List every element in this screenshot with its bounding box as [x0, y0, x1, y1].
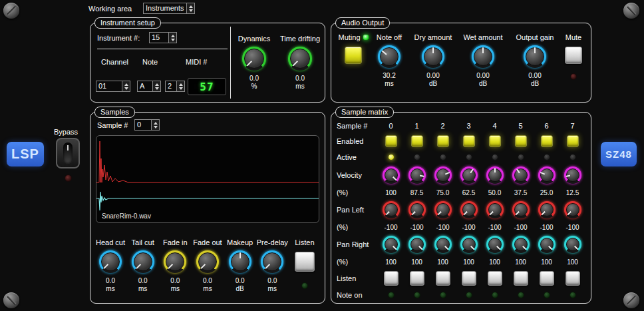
- up-arrow-icon[interactable]: [124, 83, 128, 86]
- velocity-knob[interactable]: [486, 166, 504, 184]
- down-arrow-icon[interactable]: [189, 9, 193, 12]
- instrument-number-spin[interactable]: 15: [149, 32, 177, 43]
- enabled-button[interactable]: [437, 135, 449, 147]
- enabled-button[interactable]: [411, 135, 423, 147]
- down-arrow-icon[interactable]: [179, 87, 183, 90]
- velocity-knob[interactable]: [383, 166, 400, 184]
- time-drifting-knob[interactable]: [288, 47, 312, 71]
- mute-led: [570, 73, 577, 80]
- sample-number-value: 0: [135, 120, 151, 130]
- spinner-icon[interactable]: [176, 81, 184, 91]
- matrix-listen-button[interactable]: [514, 271, 528, 286]
- pan-right-knob[interactable]: [460, 236, 478, 253]
- muting-button[interactable]: [345, 47, 362, 64]
- velocity-knob[interactable]: [408, 166, 426, 184]
- fade-in-knob[interactable]: [164, 250, 186, 273]
- fade-in-value: 0.0: [170, 277, 180, 284]
- pan-right-knob[interactable]: [512, 236, 530, 253]
- dry-amount-unit: dB: [429, 80, 437, 87]
- pan-left-knob[interactable]: [434, 201, 452, 218]
- velocity-value: 62.5: [462, 189, 475, 196]
- down-arrow-icon[interactable]: [171, 39, 175, 41]
- spinner-icon[interactable]: [168, 33, 176, 43]
- velocity-knob[interactable]: [434, 166, 452, 184]
- down-arrow-icon[interactable]: [155, 87, 159, 90]
- pan-right-knob[interactable]: [408, 236, 426, 253]
- pan-left-knob[interactable]: [408, 201, 426, 218]
- up-arrow-icon[interactable]: [154, 122, 158, 125]
- pan-right-knob[interactable]: [486, 236, 504, 253]
- note-select[interactable]: A: [137, 81, 161, 92]
- up-arrow-icon[interactable]: [155, 83, 159, 86]
- wet-amount-knob[interactable]: [472, 45, 494, 68]
- mute-button[interactable]: [565, 47, 582, 64]
- spinner-icon[interactable]: [151, 120, 159, 130]
- enabled-button[interactable]: [541, 135, 553, 147]
- enabled-button[interactable]: [463, 135, 475, 147]
- head-cut-knob[interactable]: [99, 250, 122, 273]
- matrix-listen-button[interactable]: [410, 271, 424, 286]
- pan-left-knob[interactable]: [564, 201, 581, 218]
- matrix-listen-button[interactable]: [565, 271, 580, 286]
- pan-right-knob[interactable]: [383, 236, 400, 253]
- octave-select[interactable]: 2: [165, 81, 185, 92]
- down-arrow-icon[interactable]: [124, 87, 128, 90]
- matrix-listen-button[interactable]: [488, 271, 502, 286]
- enabled-button[interactable]: [567, 135, 579, 147]
- muting-column: Muting: [337, 33, 370, 87]
- dry-amount-knob[interactable]: [422, 45, 444, 68]
- waveform-display[interactable]: SnareRim-0.wav: [96, 135, 319, 223]
- midi-number-value: 57: [200, 81, 214, 93]
- fade-out-label: Fade out: [193, 238, 222, 246]
- enabled-button[interactable]: [385, 135, 397, 147]
- makeup-knob[interactable]: [229, 250, 251, 273]
- fade-out-knob[interactable]: [196, 250, 219, 273]
- note-label: Note: [142, 58, 158, 66]
- spinner-icon[interactable]: [122, 81, 130, 91]
- head-cut-label: Head cut: [96, 238, 125, 246]
- spinner-icon[interactable]: [152, 81, 160, 91]
- tail-cut-knob[interactable]: [132, 250, 154, 273]
- up-arrow-icon[interactable]: [189, 5, 193, 8]
- spinner-icon[interactable]: [186, 3, 194, 13]
- pan-right-knob[interactable]: [564, 236, 581, 253]
- pan-left-knob[interactable]: [460, 201, 478, 218]
- output-gain-knob[interactable]: [524, 45, 546, 68]
- velocity-knob[interactable]: [460, 166, 478, 184]
- bypass-switch[interactable]: [56, 138, 80, 168]
- midi-number-display: 57: [188, 78, 226, 95]
- active-led: [518, 154, 524, 160]
- channel-select[interactable]: 01: [96, 81, 130, 92]
- pan-left-knob[interactable]: [383, 201, 400, 218]
- pan-left-value: -100: [540, 224, 553, 231]
- pan-right-knob[interactable]: [434, 236, 452, 253]
- instrument-setup-section: Instrument setup Instrument #: 15 Channe…: [90, 23, 325, 103]
- enabled-button[interactable]: [515, 135, 527, 147]
- pan-left-knob[interactable]: [486, 201, 504, 218]
- lsp-logo-text: LSP: [11, 147, 39, 162]
- velocity-knob[interactable]: [538, 166, 556, 184]
- down-arrow-icon[interactable]: [154, 126, 158, 129]
- dynamics-knob[interactable]: [242, 47, 266, 71]
- up-arrow-icon[interactable]: [171, 35, 175, 37]
- matrix-listen-button[interactable]: [436, 271, 450, 286]
- pan-right-knob[interactable]: [538, 236, 556, 253]
- pan-left-value: -100: [384, 224, 397, 231]
- pan-left-value: -100: [462, 224, 475, 231]
- working-area-select[interactable]: Instruments: [143, 3, 195, 14]
- sample-listen-button[interactable]: [295, 252, 315, 272]
- enabled-button[interactable]: [489, 135, 501, 147]
- waveform-graph: [96, 136, 319, 222]
- up-arrow-icon[interactable]: [179, 83, 183, 86]
- velocity-knob[interactable]: [564, 166, 581, 184]
- velocity-knob[interactable]: [512, 166, 530, 184]
- matrix-listen-button[interactable]: [540, 271, 554, 286]
- matrix-label-note-on: Note on: [337, 291, 363, 299]
- matrix-listen-button[interactable]: [384, 271, 399, 286]
- sample-number-spin[interactable]: 0: [134, 119, 160, 131]
- note-off-knob[interactable]: [378, 45, 401, 68]
- pre-delay-knob[interactable]: [261, 250, 283, 273]
- pan-left-knob[interactable]: [538, 201, 556, 218]
- pan-left-knob[interactable]: [512, 201, 530, 218]
- matrix-listen-button[interactable]: [462, 271, 476, 286]
